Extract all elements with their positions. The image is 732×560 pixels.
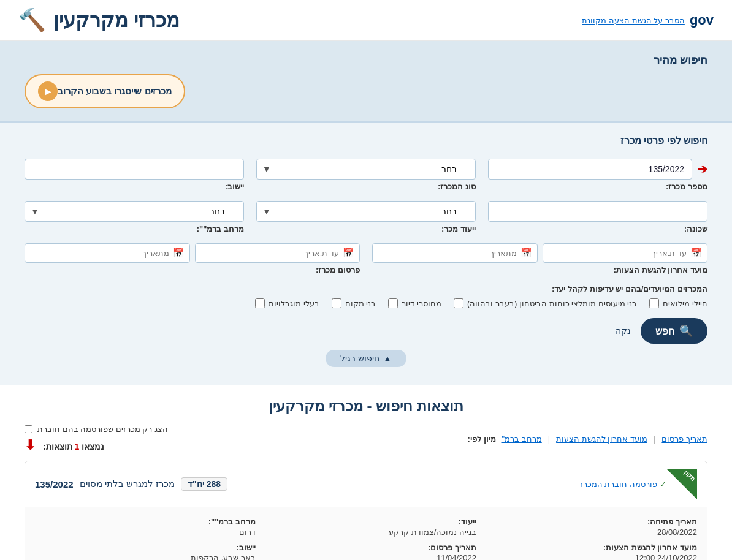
gov-logo-text: gov <box>690 12 714 28</box>
sort-link-deadline[interactable]: מועד אחרון להגשת הצעות <box>556 434 647 444</box>
checkboxes-row: חיילי מילואים בני מיעוסים מומלצי כוחות ה… <box>25 298 707 308</box>
submission-to-input[interactable] <box>548 249 687 258</box>
deadline-label: מועד אחרון להגשת הצעות: <box>476 543 697 552</box>
show-company-filter: הצג רק מכרזים שפורסמה בהם חוברת <box>25 425 168 434</box>
publication-date-label: פרסום מכרז: <box>25 265 360 274</box>
yishuv-input[interactable] <box>25 159 244 180</box>
open-date-field: תאריך פתיחה: 28/08/2022 <box>476 517 697 537</box>
area-field: מרחב ברמ"": דרום <box>35 517 256 537</box>
result-card-body: תאריך פתיחה: 28/08/2022 ייעוד: בנייה נמו… <box>25 507 707 560</box>
date-row: 📅 📅 מועד אחרון להגשת הצעות: 📅 📅 <box>25 243 707 274</box>
search-icon: 🔍 <box>679 324 693 338</box>
checkbox-baalei-label: בעלי מוגבלויות <box>269 299 319 308</box>
result-body-row-1: תאריך פתיחה: 28/08/2022 ייעוד: בנייה נמו… <box>35 517 697 537</box>
results-section: תוצאות חיפוש - מכרזי מקרקעין תאריך פרסום… <box>0 385 732 560</box>
checkbox-item-bneimakum: בני מקום <box>332 298 376 308</box>
yishuv-label: יישוב: <box>25 182 244 191</box>
yishuv-label-card: יישוב: <box>35 543 256 552</box>
checkbox-mahosrei[interactable] <box>388 298 398 308</box>
checkbox-haylim-label: חיילי מילואים <box>663 299 707 308</box>
pub-date-label: תאריך פרסום: <box>256 543 476 552</box>
area-label-card: מרחב ברמ"": <box>35 517 256 526</box>
advanced-search-section: חיפוש לפי פרטי מכרז ➔ מספר מכרז: בחר ▼ ס… <box>0 122 732 385</box>
arrow-right-indicator: ➔ <box>697 162 707 176</box>
form-row-2: שכונה: בחר ▼ ייעוד מכר: בחר ▼ מרחב ברמ""… <box>25 201 707 233</box>
result-card-header: מקון ✓ פורסמה חוברת המכרז 288 יח"ד מכרז … <box>25 461 707 507</box>
results-down-arrow-icon: ⬇ <box>25 437 36 453</box>
calendar-icon-submission-to[interactable]: 📅 <box>690 248 702 259</box>
result-card-title-row: 288 יח"ד מכרז למגרש בלתי מסוים 135/2022 <box>35 477 580 491</box>
pub-to-input[interactable] <box>200 249 340 258</box>
result-card: מקון ✓ פורסמה חוברת המכרז 288 יח"ד מכרז … <box>25 461 707 560</box>
quick-search-section: חיפוש מהיר מכרזים שייסגרו בשבוע הקרוב ▶ <box>0 41 732 121</box>
quick-search-button[interactable]: מכרזים שייסגרו בשבוע הקרוב ▶ <box>25 74 185 108</box>
quick-search-label: חיפוש מהיר <box>25 53 707 67</box>
accordion-button[interactable]: ▲ חיפוש רגיל <box>326 350 406 367</box>
purpose-label: ייעוד: <box>256 517 476 526</box>
top-header: gov הסבר על הגשת הצעה מקוונת מכרזי מקרקע… <box>0 0 732 41</box>
accordion-label: חיפוש רגיל <box>340 354 379 363</box>
checkmark-icon: ✓ <box>660 480 666 489</box>
neighborhood-input[interactable] <box>488 201 707 222</box>
sort-link-area[interactable]: מרחב ברמ" <box>502 434 542 444</box>
new-badge-container: מקון <box>666 469 697 499</box>
checkboxes-section: המכרזים המיועדים/בהם יש עדיפות לקהל יעד:… <box>25 284 707 308</box>
company-check-label: פורסמה חוברת המכרז <box>580 480 657 489</box>
area-value: דרום <box>35 528 256 537</box>
deadline-value: 24/10/2022 12:00 <box>476 553 697 560</box>
pub-date-value: 11/04/2022 <box>256 553 476 560</box>
area-select[interactable]: בחר <box>25 201 244 222</box>
quick-search-btn-text: מכרזים שייסגרו בשבוע הקרוב <box>58 86 172 97</box>
open-date-label: תאריך פתיחה: <box>476 517 697 526</box>
area-wrapper: בחר ▼ <box>25 201 244 222</box>
company-check-link[interactable]: ✓ פורסמה חוברת המכרז <box>580 480 666 489</box>
accordion-chevron-icon: ▲ <box>383 354 392 363</box>
checkbox-item-bneimeusatim: בני מיעוסים מומלצי כוחות הביטחון (בעבר ו… <box>454 298 637 308</box>
calendar-icon-pub-from[interactable]: 📅 <box>173 248 185 259</box>
clear-button[interactable]: נקה <box>616 326 631 336</box>
sort-label: מיון לפי: <box>468 434 496 444</box>
num-badge: 288 יח"ד <box>181 477 227 491</box>
checkbox-mahosrei-label: מחוסרי דיור <box>402 299 441 308</box>
results-header-row: תאריך פרסום | מועד אחרון להגשת הצעות | מ… <box>25 425 707 453</box>
results-title: תוצאות חיפוש - מכרזי מקרקעין <box>25 398 707 415</box>
calendar-icon-submission-from[interactable]: 📅 <box>520 248 532 259</box>
help-link[interactable]: הסבר על הגשת הצעה מקוונת <box>582 16 684 25</box>
purpose-group: בחר ▼ ייעוד מכר: <box>256 201 476 233</box>
tender-type-group: בחר ▼ סוג המכרז: <box>256 159 476 191</box>
tender-number-group: ➔ מספר מכרז: <box>488 159 707 191</box>
sort-row: תאריך פרסום | מועד אחרון להגשת הצעות | מ… <box>468 434 707 444</box>
results-count-label: נמצאו <box>82 442 104 452</box>
tender-type-select[interactable]: בחר <box>256 159 476 180</box>
checkbox-haylim[interactable] <box>649 298 659 308</box>
show-company-label: הצג רק מכרזים שפורסמה בהם חוברת <box>37 425 168 434</box>
priorities-label: המכרזים המיועדים/בהם יש עדיפות לקהל יעד: <box>25 284 707 293</box>
submission-from-wrapper: 📅 <box>372 243 538 263</box>
show-company-checkbox[interactable] <box>25 425 32 433</box>
tender-number-input[interactable] <box>488 159 692 180</box>
results-count-suffix: תוצאות: <box>43 442 72 452</box>
checkbox-bneimeusatim-label: בני מיעוסים מומלצי כוחות הביטחון (בעבר ו… <box>467 299 637 308</box>
submission-to-wrapper: 📅 <box>543 243 708 263</box>
result-body-row-2: מועד אחרון להגשת הצעות: 24/10/2022 12:00… <box>35 543 697 560</box>
calendar-icon-pub-to[interactable]: 📅 <box>343 248 354 259</box>
search-actions: 🔍 חפש נקה <box>25 318 707 344</box>
hammer-icon: 🔨 <box>18 7 46 33</box>
search-button[interactable]: 🔍 חפש <box>641 318 707 344</box>
purpose-field: ייעוד: בנייה נמוכה/צמודת קרקע <box>256 517 476 537</box>
pub-from-input[interactable] <box>30 249 169 258</box>
purpose-label: ייעוד מכר: <box>256 224 476 233</box>
area-label: מרחב ברמ"": <box>25 224 244 233</box>
results-count-num: 1 <box>74 442 79 452</box>
pub-to-wrapper: 📅 <box>195 243 360 263</box>
result-number[interactable]: 135/2022 <box>35 479 74 490</box>
site-title: מכרזי מקרקעין <box>53 9 180 32</box>
checkbox-baalei[interactable] <box>255 298 265 308</box>
checkbox-bneimakum[interactable] <box>332 298 341 308</box>
submission-from-input[interactable] <box>378 249 517 258</box>
sort-link-publication[interactable]: תאריך פרסום <box>661 434 707 444</box>
purpose-select[interactable]: בחר <box>256 201 476 222</box>
publication-date-group: 📅 📅 פרסום מכרז: <box>25 243 360 274</box>
checkbox-bneimeusatim[interactable] <box>454 298 463 308</box>
pub-date-field: תאריך פרסום: 11/04/2022 <box>256 543 476 560</box>
